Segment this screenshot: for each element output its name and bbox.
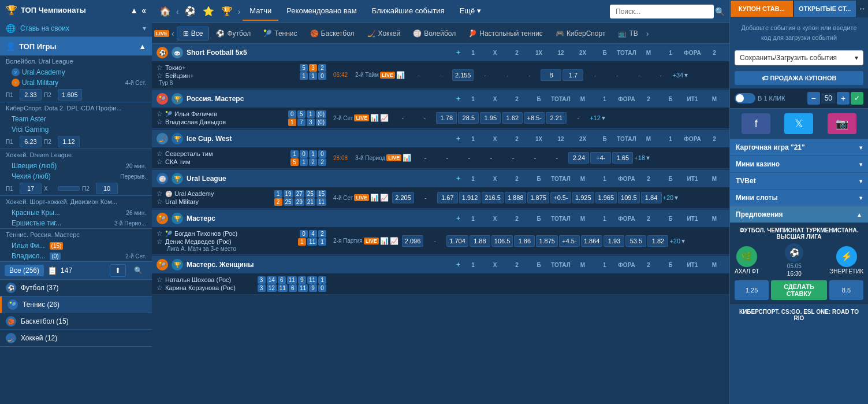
promo-odd2-btn[interactable]: 8.5: [829, 280, 863, 300]
hockey-x-btn[interactable]: [58, 186, 80, 191]
cup-icon[interactable]: 🏆: [218, 3, 236, 20]
ic-odd-1[interactable]: -: [415, 152, 435, 164]
ic-odd-fora2[interactable]: 1.65: [612, 152, 633, 164]
ic-odd-2[interactable]: -: [459, 152, 479, 164]
sf-star2-icon[interactable]: ☆: [157, 72, 163, 80]
ic-star-icon[interactable]: ☆: [157, 150, 163, 158]
twitter-btn[interactable]: 𝕏: [784, 113, 813, 134]
ural-league-header[interactable]: 🏐 🏆 Ural League + 1 Х 2 Б ТОТАЛ М 1 ФОРА…: [152, 170, 729, 187]
rm-odd-total2[interactable]: 1.95: [480, 112, 501, 124]
russia-masters-header[interactable]: 🎾 🏆 Россия. Мастерс + 1 Х 2 Б ТОТАЛ М 1 …: [152, 90, 729, 108]
mw-star-icon[interactable]: ☆: [157, 276, 163, 284]
mini-slots-header[interactable]: Мини слоты ▾: [730, 190, 868, 206]
ic-expand-icon[interactable]: ▾: [646, 154, 650, 162]
ul-chart-icon[interactable]: 📈: [380, 194, 389, 202]
sf-odd-b[interactable]: 8: [541, 69, 561, 81]
sport-item-hockey[interactable]: 🏒 Хоккей (12): [0, 330, 152, 347]
ul-team1-name[interactable]: Ural Academy: [174, 190, 214, 197]
collapse-icon[interactable]: «: [141, 6, 146, 15]
sf-odd-fora[interactable]: -: [628, 69, 649, 81]
sf-odd-m[interactable]: -: [584, 69, 605, 81]
rm-odd-fora3[interactable]: -: [568, 112, 588, 124]
ul-expand-icon[interactable]: ▾: [675, 194, 678, 202]
sf-more-link[interactable]: +34: [672, 72, 683, 79]
filter-search-btn[interactable]: 🔍: [129, 265, 147, 276]
ul-odd-1[interactable]: 2.205: [392, 192, 414, 203]
expand-panel-btn[interactable]: ↔: [856, 0, 868, 17]
masters-women-plus[interactable]: +: [456, 261, 460, 269]
sf-odd-total[interactable]: 1.7: [562, 69, 583, 81]
ul-odd-1b[interactable]: 1.875: [527, 192, 549, 203]
stavka-arrow[interactable]: ▾: [143, 24, 146, 32]
vladislav-link[interactable]: Владисл... (0) 2-й Сет.: [0, 251, 152, 261]
rm-odd-1[interactable]: -: [392, 112, 413, 124]
sport-tab-table-tennis[interactable]: 🏓 Настольный теннис: [463, 27, 549, 40]
ural-military-link[interactable]: У Ural Military 4-й Сет.: [0, 77, 152, 88]
rm-star2-icon[interactable]: ☆: [157, 118, 163, 126]
rm-expand-icon[interactable]: ▾: [602, 114, 605, 122]
sf-odd-1b[interactable]: -: [606, 69, 627, 81]
ms-chart-icon[interactable]: 📈: [390, 237, 398, 245]
ms-odd-fora[interactable]: +4.5-: [559, 235, 580, 247]
rm-bar-icon[interactable]: 📊: [370, 114, 379, 122]
ul-bar-icon[interactable]: 📊: [370, 194, 379, 202]
tvbet-header[interactable]: TVBet ▾: [730, 173, 868, 189]
ul-star2-icon[interactable]: ☆: [157, 198, 163, 206]
volleyball-p2-btn[interactable]: 1.605: [58, 89, 82, 101]
czech-link[interactable]: Чехия (люб) Перерыв.: [0, 171, 152, 181]
search-input[interactable]: [610, 5, 714, 18]
rm-odd-1b[interactable]: 1.62: [502, 112, 523, 124]
nav-right-btn[interactable]: ›: [237, 7, 242, 16]
tab-more[interactable]: Ещё ▾: [453, 2, 488, 21]
ic-chart-icon[interactable]: 📊: [403, 154, 411, 162]
ul-odd-fora[interactable]: +0.5-: [550, 192, 571, 203]
promo-odd1-btn[interactable]: 1.25: [735, 280, 769, 300]
ice-cup-header[interactable]: 🏒 🏆 Ice Cup. West + 1 Х 2 1Х 12 2Х Б ТОТ…: [152, 130, 729, 147]
ic-odd-fora1[interactable]: 2.24: [568, 152, 589, 164]
tabs-left-btn[interactable]: ‹: [170, 29, 176, 38]
ms-odd-m[interactable]: 1.82: [647, 235, 668, 247]
ic-odd-2x[interactable]: -: [524, 152, 545, 164]
cybersport-p1-btn[interactable]: 6.23: [20, 136, 42, 147]
all-filter-btn[interactable]: Все (256): [5, 265, 44, 276]
ms-star-icon[interactable]: ☆: [157, 229, 163, 238]
mw-star2-icon[interactable]: ☆: [157, 284, 163, 292]
ul-team2-name[interactable]: Ural Military: [165, 198, 199, 205]
ural-league-plus[interactable]: +: [456, 175, 460, 183]
mw-team2-name[interactable]: Карина Корзунова (Рос): [165, 284, 236, 291]
sell-coupons-btn[interactable]: 🏷 ПРОДАЖА КУПОНОВ: [735, 71, 863, 85]
sport-tab-all[interactable]: ⊞ Все: [177, 27, 210, 40]
home-icon[interactable]: 🏠: [157, 3, 174, 20]
sf-team2-name[interactable]: Бейцзин+: [165, 72, 193, 79]
top-games-arrow[interactable]: ▲: [139, 42, 146, 51]
one-click-confirm-btn[interactable]: ✓: [851, 92, 863, 105]
red-wings-link[interactable]: Красные Кры... 26 мин.: [0, 207, 152, 218]
ic-odd-12[interactable]: -: [502, 152, 523, 164]
ms-team2-name[interactable]: Денис Медведев (Рос): [165, 238, 232, 245]
card-game-header[interactable]: Карточная игра "21" ▾: [730, 139, 868, 155]
rm-odd-fora2[interactable]: 2.21: [546, 112, 567, 124]
ms-odd-b[interactable]: 1.88: [470, 235, 490, 247]
russia-masters-plus[interactable]: +: [456, 95, 460, 103]
search-button[interactable]: 🔍: [715, 7, 725, 16]
save-load-btn[interactable]: Сохранить/Загрузить события ▾: [735, 50, 863, 65]
ice-cup-plus[interactable]: +: [456, 135, 460, 143]
sf-team1-name[interactable]: Токио+: [165, 64, 185, 71]
star-icon[interactable]: ⭐: [200, 3, 217, 20]
ms-odd-fora2[interactable]: 1.864: [581, 235, 603, 247]
ul-odd-it1[interactable]: 109.5: [618, 192, 640, 203]
facebook-btn[interactable]: f: [742, 113, 770, 134]
rm-team2-name[interactable]: Владислав Давыдов: [165, 118, 226, 125]
vici-gaming-link[interactable]: Vici Gaming: [0, 124, 152, 135]
ms-odd-2[interactable]: 1.704: [446, 235, 468, 247]
ic-odd-x[interactable]: -: [437, 152, 457, 164]
sport-tab-basketball[interactable]: 🏀 Баскетбол: [304, 27, 360, 40]
ic-odd-fora-val[interactable]: +4-: [590, 152, 611, 164]
ul-odd-total2[interactable]: 1.888: [505, 192, 527, 203]
ms-odd-x[interactable]: -: [424, 235, 445, 247]
top-championships-controls[interactable]: ▲ «: [130, 6, 146, 15]
hockey-p1-btn[interactable]: 17: [20, 183, 42, 194]
ul-odd-fora3[interactable]: 1.965: [595, 192, 617, 203]
nav-left-btn[interactable]: ‹: [175, 7, 180, 16]
sf-odd-2b[interactable]: -: [650, 69, 671, 81]
